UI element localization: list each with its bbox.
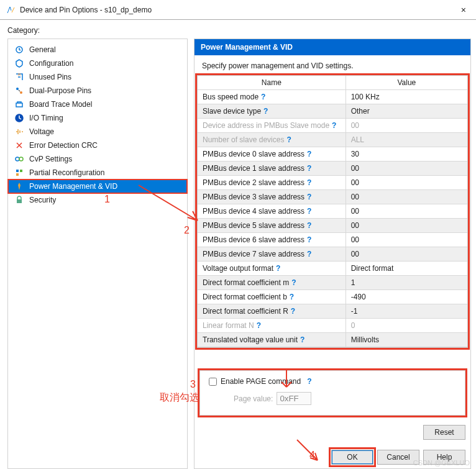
page-command-group: Enable PAGE command ? Page value: <box>199 370 465 416</box>
category-icon <box>14 154 24 164</box>
svg-rect-11 <box>17 199 22 203</box>
close-icon[interactable]: × <box>457 5 470 15</box>
help-icon[interactable]: ? <box>307 377 311 386</box>
setting-value[interactable]: -490 <box>346 290 467 304</box>
setting-value[interactable]: 00 <box>346 219 467 232</box>
sidebar-item-voltage[interactable]: Voltage <box>8 125 187 139</box>
help-icon[interactable]: ? <box>276 264 280 273</box>
help-icon[interactable]: ? <box>307 193 311 201</box>
setting-value[interactable]: 00 <box>346 247 467 261</box>
setting-value[interactable]: 00 <box>346 190 467 204</box>
sidebar-item-label: Error Detection CRC <box>29 141 98 150</box>
setting-name: Number of slave devices ? <box>198 133 346 147</box>
svg-point-7 <box>19 157 23 161</box>
help-icon[interactable]: ? <box>332 121 336 130</box>
arrow-annotation <box>294 437 325 468</box>
setting-value[interactable]: 0 <box>346 319 467 332</box>
category-icon <box>14 140 24 150</box>
setting-value[interactable]: -1 <box>346 304 467 318</box>
sidebar-item-label: I/O Timing <box>29 114 63 122</box>
category-icon <box>14 195 24 205</box>
help-icon[interactable]: ? <box>286 135 291 144</box>
help-icon[interactable]: ? <box>307 235 311 244</box>
ok-button[interactable]: OK <box>331 450 373 465</box>
setting-value[interactable]: 1 <box>346 276 467 289</box>
sidebar-item-configuration[interactable]: Configuration <box>8 57 187 70</box>
sidebar-item-unused-pins[interactable]: RUnused Pins <box>8 70 187 84</box>
setting-value[interactable]: 00 <box>346 162 467 175</box>
help-icon[interactable]: ? <box>290 293 294 301</box>
app-icon <box>6 5 16 15</box>
setting-value[interactable]: 00 <box>346 204 467 218</box>
sidebar-item-label: Voltage <box>29 127 54 136</box>
setting-value[interactable]: Other <box>346 104 467 118</box>
setting-name: Translated voltage value unit ? <box>198 333 346 347</box>
help-icon[interactable]: ? <box>307 178 311 187</box>
setting-name: Linear format N ? <box>198 319 346 332</box>
setting-name: PMBus device 2 slave address ? <box>198 176 346 189</box>
help-icon[interactable]: ? <box>261 93 265 101</box>
help-icon[interactable]: ? <box>300 335 304 344</box>
svg-rect-4 <box>16 103 22 107</box>
help-icon[interactable]: ? <box>307 164 311 173</box>
sidebar-item-general[interactable]: General <box>8 43 187 57</box>
setting-name: PMBus device 0 slave address ? <box>198 147 346 161</box>
svg-point-2 <box>16 88 19 90</box>
setting-name: PMBus device 5 slave address ? <box>198 219 346 232</box>
svg-text:R: R <box>18 73 21 76</box>
sidebar-item-board-trace-model[interactable]: Board Trace Model <box>8 98 187 111</box>
sidebar-item-i-o-timing[interactable]: I/O Timing <box>8 111 187 125</box>
help-icon[interactable]: ? <box>257 321 261 330</box>
main-panel: Power Management & VID Specify power man… <box>194 39 471 469</box>
help-icon[interactable]: ? <box>307 150 311 158</box>
setting-value[interactable]: 00 <box>346 233 467 247</box>
setting-value[interactable]: 00 <box>346 119 467 132</box>
svg-rect-10 <box>16 173 19 176</box>
reset-button[interactable]: Reset <box>423 425 465 440</box>
setting-value[interactable]: 30 <box>346 147 467 161</box>
sidebar-item-cvp-settings[interactable]: CvP Settings <box>8 152 187 166</box>
help-icon[interactable]: ? <box>291 307 295 316</box>
setting-name: Direct format coefficient R ? <box>198 304 346 318</box>
setting-value[interactable]: ALL <box>346 133 467 147</box>
col-value: Value <box>346 76 467 89</box>
enable-page-label: Enable PAGE command <box>221 377 301 386</box>
help-icon[interactable]: ? <box>307 250 311 258</box>
sidebar-item-dual-purpose-pins[interactable]: Dual-Purpose Pins <box>8 84 187 98</box>
sidebar-item-label: Power Management & VID <box>29 182 117 191</box>
sidebar-item-security[interactable]: Security <box>8 193 187 207</box>
page-value-label: Page value: <box>234 394 273 403</box>
category-icon <box>14 113 24 123</box>
sidebar-item-power-management-vid[interactable]: Power Management & VID <box>8 180 187 193</box>
setting-value[interactable]: 100 KHz <box>346 90 467 104</box>
help-icon[interactable]: ? <box>307 221 311 230</box>
help-icon[interactable]: ? <box>307 207 311 216</box>
svg-point-6 <box>16 157 19 161</box>
setting-name: Bus speed mode ? <box>198 90 346 104</box>
sidebar-item-error-detection-crc[interactable]: Error Detection CRC <box>8 139 187 152</box>
setting-name: PMBus device 7 slave address ? <box>198 247 346 261</box>
category-icon <box>14 127 24 137</box>
help-icon[interactable]: ? <box>263 107 268 116</box>
category-icon <box>14 86 24 96</box>
setting-name: Direct format coefficient m ? <box>198 276 346 289</box>
setting-value[interactable]: Millivolts <box>346 333 467 347</box>
sidebar-item-label: Dual-Purpose Pins <box>29 86 91 95</box>
setting-name: Slave device type ? <box>198 104 346 118</box>
category-label: Category: <box>0 20 476 39</box>
setting-value[interactable]: Direct format <box>346 262 467 275</box>
category-icon <box>14 181 24 191</box>
panel-subtitle: Specify power management and VID setting… <box>195 55 470 75</box>
setting-name: PMBus device 1 slave address ? <box>198 162 346 175</box>
sidebar-item-partial-reconfiguration[interactable]: Partial Reconfiguration <box>8 166 187 180</box>
setting-name: Direct format coefficient b ? <box>198 290 346 304</box>
enable-page-checkbox[interactable] <box>209 378 217 386</box>
page-value-input[interactable] <box>277 392 311 405</box>
setting-name: Device address in PMBus Slave mode ? <box>198 119 346 132</box>
setting-name: Voltage output format ? <box>198 262 346 275</box>
category-icon <box>14 99 24 109</box>
help-icon[interactable]: ? <box>291 278 296 287</box>
setting-value[interactable]: 00 <box>346 176 467 189</box>
sidebar-item-label: Partial Reconfiguration <box>29 168 104 177</box>
col-name: Name <box>198 76 346 89</box>
